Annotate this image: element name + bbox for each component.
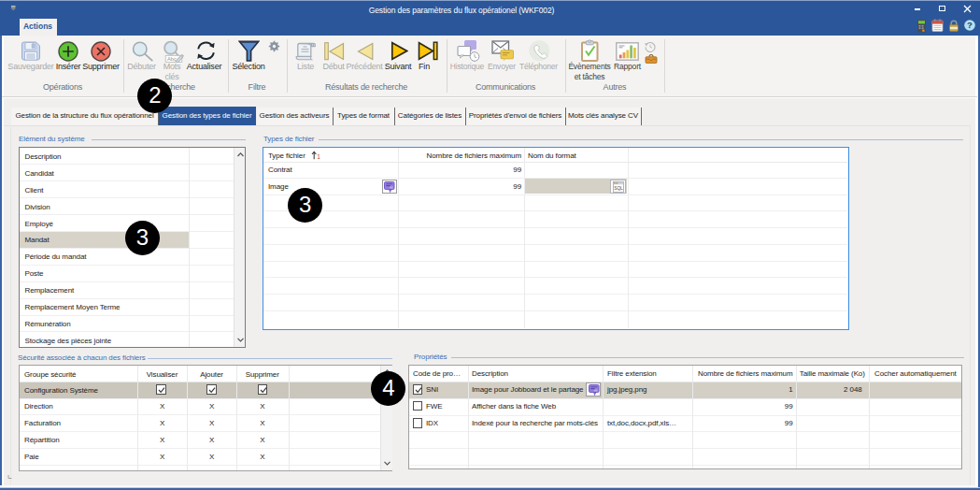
svg-text:SQL: SQL xyxy=(614,186,623,191)
svg-text:Abc: Abc xyxy=(167,56,177,62)
svg-text:?: ? xyxy=(967,20,973,30)
